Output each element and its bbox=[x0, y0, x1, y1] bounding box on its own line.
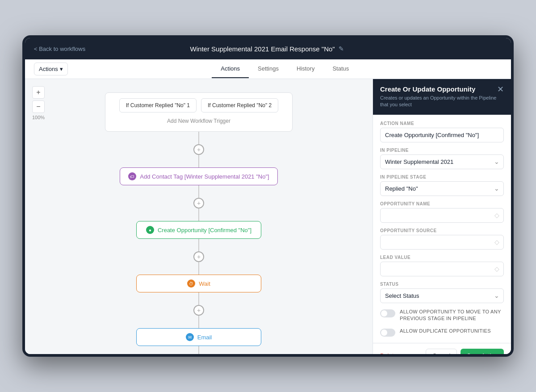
zoom-in-button[interactable]: + bbox=[32, 86, 45, 99]
status-select[interactable]: Select Status bbox=[380, 288, 504, 303]
opportunity-source-input[interactable] bbox=[380, 235, 504, 250]
line-3 bbox=[198, 185, 199, 198]
connector-1: + bbox=[193, 132, 204, 167]
lead-value-field-group: LEAD VALUE bbox=[380, 255, 504, 276]
in-pipeline-label: IN PIPELINE bbox=[380, 148, 504, 153]
trigger-chip-2[interactable]: If Customer Replied "No" 2 bbox=[201, 98, 278, 113]
action-name-field-group: ACTION NAME bbox=[380, 121, 504, 142]
connector-4: + bbox=[193, 292, 204, 328]
wait-icon: ⏱ bbox=[187, 279, 195, 288]
wait-node-label: Wait bbox=[199, 280, 210, 287]
in-pipeline-select[interactable]: Winter Supplemental 2021 bbox=[380, 154, 504, 169]
in-pipeline-field-group: IN PIPELINE Winter Supplemental 2021 bbox=[380, 148, 504, 169]
tab-history[interactable]: History bbox=[288, 60, 323, 78]
line-8 bbox=[198, 316, 199, 328]
line-2 bbox=[198, 155, 199, 167]
allow-duplicate-toggle[interactable] bbox=[380, 329, 395, 337]
opportunity-node[interactable]: ● Create Opportunity [Confirmed "No"] bbox=[136, 221, 261, 239]
connector-2: + bbox=[193, 185, 204, 221]
in-pipeline-stage-select[interactable]: Replied "No" bbox=[380, 181, 504, 196]
status-field-group: STATUS Select Status bbox=[380, 282, 504, 303]
trigger-row: If Customer Replied "No" 1 If Customer R… bbox=[113, 98, 285, 113]
wait-node[interactable]: ⏱ Wait bbox=[136, 275, 261, 292]
opportunity-source-input-wrapper bbox=[380, 235, 504, 250]
workflow-flow: If Customer Replied "No" 1 If Customer R… bbox=[34, 88, 364, 354]
tab-actions[interactable]: Actions bbox=[212, 60, 249, 78]
cancel-button[interactable]: Cancel bbox=[426, 349, 457, 354]
in-pipeline-stage-select-wrapper: Replied "No" bbox=[380, 181, 504, 196]
workflow-canvas: + − 100% If Customer Replied "No" 1 If C… bbox=[25, 79, 373, 354]
line-9 bbox=[198, 346, 199, 354]
main-content: + − 100% If Customer Replied "No" 1 If C… bbox=[25, 79, 511, 354]
panel-subtitle: Creates or updates an Opportunity within… bbox=[380, 95, 497, 108]
tabs-center: Actions Settings History Status bbox=[212, 60, 358, 78]
panel-title: Create Or Update Opportunity bbox=[380, 85, 497, 93]
tabs-bar: Actions ▾ Actions Settings History Statu… bbox=[25, 59, 511, 79]
zoom-out-button[interactable]: − bbox=[32, 100, 45, 113]
tab-status[interactable]: Status bbox=[323, 60, 358, 78]
status-select-wrapper: Select Status bbox=[380, 288, 504, 303]
panel-body: ACTION NAME IN PIPELINE Winter Supplemen… bbox=[373, 115, 511, 343]
line-6 bbox=[198, 262, 199, 275]
add-node-3[interactable]: + bbox=[193, 251, 204, 262]
in-pipeline-select-wrapper: Winter Supplemental 2021 bbox=[380, 154, 504, 169]
lead-value-label: LEAD VALUE bbox=[380, 255, 504, 260]
lead-value-input[interactable] bbox=[380, 262, 504, 276]
panel-footer: Delete Cancel Save Action bbox=[373, 343, 511, 354]
line-1 bbox=[198, 132, 199, 144]
opportunity-name-label: OPPORTUNITY NAME bbox=[380, 201, 504, 206]
app-container: < Back to workflows Winter Supplemental … bbox=[25, 38, 511, 354]
allow-previous-stage-toggle[interactable] bbox=[380, 309, 395, 317]
opportunity-source-label: OPPORTUNITY SOURCE bbox=[380, 228, 504, 233]
device-frame: < Back to workflows Winter Supplemental … bbox=[22, 35, 514, 357]
action-name-label: ACTION NAME bbox=[380, 121, 504, 126]
tag-node[interactable]: 🏷 Add Contact Tag [Winter Supplemental 2… bbox=[120, 167, 277, 185]
email-node[interactable]: ✉ Email bbox=[136, 328, 261, 346]
allow-previous-stage-label: ALLOW OPPORTUNITY TO MOVE TO ANY PREVIOU… bbox=[400, 309, 504, 322]
line-7 bbox=[198, 292, 199, 305]
actions-dropdown-label: Actions bbox=[39, 66, 58, 72]
allow-duplicate-label: ALLOW DUPLICATE OPPORTUNITIES bbox=[400, 328, 491, 334]
email-node-label: Email bbox=[197, 334, 212, 341]
add-node-1[interactable]: + bbox=[193, 144, 204, 155]
close-panel-button[interactable]: ✕ bbox=[497, 85, 504, 93]
header-title-area: Winter Supplemental 2021 Email Response … bbox=[190, 45, 344, 53]
add-node-2[interactable]: + bbox=[193, 198, 204, 209]
panel-title-area: Create Or Update Opportunity Creates or … bbox=[380, 85, 497, 108]
toggle-row-1: ALLOW OPPORTUNITY TO MOVE TO ANY PREVIOU… bbox=[380, 309, 504, 322]
add-node-4[interactable]: + bbox=[193, 305, 204, 316]
zoom-controls: + − 100% bbox=[32, 86, 45, 120]
connector-3: + bbox=[193, 239, 204, 275]
connector-5: + bbox=[193, 346, 204, 354]
opportunity-name-input[interactable] bbox=[380, 208, 504, 223]
panel-header: Create Or Update Opportunity Creates or … bbox=[373, 79, 511, 115]
action-name-input[interactable] bbox=[380, 128, 504, 142]
workflow-title: Winter Supplemental 2021 Email Response … bbox=[190, 45, 335, 53]
triggers-container: If Customer Replied "No" 1 If Customer R… bbox=[105, 92, 293, 132]
tag-node-label: Add Contact Tag [Winter Supplemental 202… bbox=[140, 173, 269, 180]
zoom-level-label: 100% bbox=[32, 115, 45, 120]
right-panel: Create Or Update Opportunity Creates or … bbox=[373, 79, 511, 354]
status-label: STATUS bbox=[380, 282, 504, 287]
opportunity-name-field-group: OPPORTUNITY NAME bbox=[380, 201, 504, 223]
app-header: < Back to workflows Winter Supplemental … bbox=[25, 38, 511, 59]
tab-settings[interactable]: Settings bbox=[249, 60, 288, 78]
back-to-workflows-link[interactable]: < Back to workflows bbox=[34, 46, 85, 52]
save-action-button[interactable]: Save Action bbox=[461, 349, 504, 354]
opportunity-source-field-group: OPPORTUNITY SOURCE bbox=[380, 228, 504, 250]
dropdown-arrow-icon: ▾ bbox=[60, 66, 63, 72]
actions-dropdown-button[interactable]: Actions ▾ bbox=[34, 63, 68, 75]
delete-button[interactable]: Delete bbox=[380, 352, 397, 354]
opportunity-node-label: Create Opportunity [Confirmed "No"] bbox=[158, 227, 251, 234]
edit-title-icon[interactable]: ✎ bbox=[339, 45, 344, 52]
footer-right-buttons: Cancel Save Action bbox=[426, 349, 504, 354]
opportunity-name-input-wrapper bbox=[380, 208, 504, 223]
toggle-row-2: ALLOW DUPLICATE OPPORTUNITIES bbox=[380, 328, 504, 337]
trigger-chip-1[interactable]: If Customer Replied "No" 1 bbox=[119, 98, 197, 113]
tag-icon: 🏷 bbox=[128, 172, 136, 180]
add-trigger-button[interactable]: Add New Workflow Trigger bbox=[113, 116, 285, 126]
email-icon: ✉ bbox=[186, 333, 194, 341]
in-pipeline-stage-field-group: IN PIPELINE STAGE Replied "No" bbox=[380, 175, 504, 196]
opportunity-icon: ● bbox=[146, 226, 154, 234]
line-4 bbox=[198, 209, 199, 221]
